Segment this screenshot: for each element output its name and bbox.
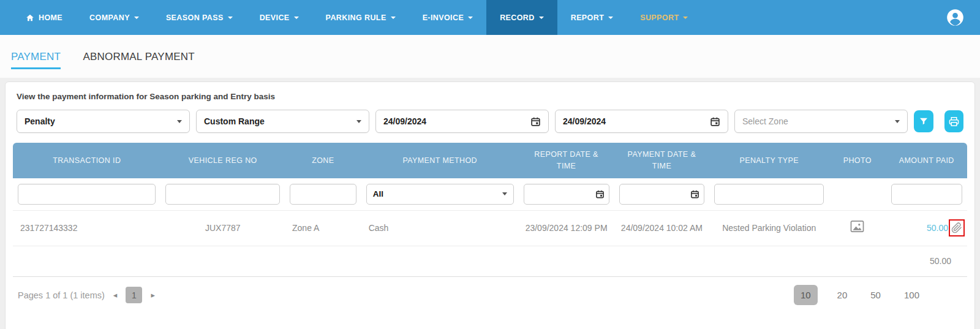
filter-payment-date-field[interactable]: [619, 184, 705, 205]
payment-type-select[interactable]: Penalty: [17, 110, 190, 133]
table-total-row: 50.00: [13, 246, 967, 276]
chevron-down-icon: [895, 120, 900, 123]
cell-payment-datetime: 24/09/2024 10:02 AM: [614, 210, 710, 246]
nav-item-device[interactable]: DEVICE: [246, 0, 312, 35]
print-button[interactable]: [944, 110, 964, 132]
chevron-down-icon: [502, 192, 507, 195]
tab-bar: PAYMENT ABNORMAL PAYMENT: [0, 35, 980, 78]
chevron-down-icon: [177, 120, 182, 123]
calendar-icon[interactable]: [710, 116, 720, 127]
nav-item-report[interactable]: REPORT: [557, 0, 627, 35]
nav-item-e-invoice[interactable]: E-INVOICE: [409, 0, 487, 35]
pagination-summary: Pages 1 of 1 (1 items): [18, 290, 105, 300]
date-to-field[interactable]: [555, 110, 728, 133]
photo-thumbnail-icon[interactable]: [850, 220, 864, 233]
next-page-icon[interactable]: ▸: [151, 290, 155, 300]
current-page-button[interactable]: 1: [126, 287, 142, 303]
filter-zone-input[interactable]: [290, 184, 356, 205]
user-account-button[interactable]: [930, 0, 980, 35]
calendar-icon[interactable]: [690, 189, 699, 199]
filter-transaction-id-input[interactable]: [18, 184, 156, 205]
nav-item-label: SEASON PASS: [166, 13, 224, 22]
filter-bar: Penalty Custom Range Select Zone: [17, 110, 963, 133]
nav-item-label: COMPANY: [89, 13, 130, 22]
nav-item-parking-rule[interactable]: PARKING RULE: [312, 0, 409, 35]
chevron-down-icon: [356, 120, 361, 123]
cell-amount-paid: 50.00: [886, 210, 967, 246]
calendar-icon[interactable]: [595, 189, 605, 199]
nav-item-record[interactable]: RECORD: [486, 0, 557, 35]
column-header-vehicle-reg-no[interactable]: VEHICLE REG NO: [160, 143, 285, 178]
column-header-report-date[interactable]: REPORT DATE & TIME: [519, 143, 614, 178]
chevron-down-icon: [468, 17, 473, 19]
panel-description: View the payment information for Season …: [17, 92, 968, 101]
annotation-highlight-box: [949, 219, 965, 236]
nav-item-label: PARKING RULE: [326, 13, 386, 22]
payment-type-value: Penalty: [24, 116, 55, 126]
filter-vehicle-reg-input[interactable]: [165, 184, 280, 205]
filter-payment-method-value: All: [373, 189, 383, 199]
printer-icon: [949, 116, 959, 127]
chevron-down-icon: [608, 17, 613, 19]
payment-panel: View the payment information for Season …: [5, 81, 975, 329]
table-row: 231727143332 JUX7787 Zone A Cash 23/09/2…: [13, 210, 967, 246]
prev-page-icon[interactable]: ◂: [113, 290, 118, 300]
cell-report-datetime: 23/09/2024 12:09 PM: [519, 210, 614, 246]
date-range-select[interactable]: Custom Range: [196, 110, 369, 133]
chevron-down-icon: [391, 17, 396, 19]
date-from-field[interactable]: [375, 110, 549, 133]
calendar-icon[interactable]: [530, 116, 541, 127]
nav-item-label: HOME: [39, 13, 62, 22]
column-header-payment-date[interactable]: PAYMENT DATE & TIME: [614, 143, 710, 178]
date-to-input[interactable]: [563, 116, 685, 126]
nav-item-label: E-INVOICE: [423, 13, 464, 22]
nav-item-label: SUPPORT: [640, 13, 679, 22]
home-icon: [26, 13, 34, 22]
column-header-zone[interactable]: ZONE: [285, 143, 361, 178]
filter-payment-method-select[interactable]: All: [366, 184, 514, 205]
filter-penalty-type-input[interactable]: [714, 184, 824, 205]
nav-item-label: DEVICE: [260, 13, 290, 22]
filter-amount-paid-input[interactable]: [891, 184, 962, 205]
apply-filter-button[interactable]: [914, 110, 933, 132]
zone-select[interactable]: Select Zone: [734, 110, 908, 133]
nav-item-home[interactable]: HOME: [12, 0, 76, 35]
chevron-down-icon: [539, 17, 544, 19]
date-from-input[interactable]: [383, 116, 506, 126]
chevron-down-icon: [228, 17, 233, 19]
navbar-spacer: [701, 0, 930, 35]
nav-item-support[interactable]: SUPPORT: [627, 0, 701, 35]
tab-payment[interactable]: PAYMENT: [11, 51, 61, 69]
amount-paid-value[interactable]: 50.00: [927, 223, 948, 233]
cell-photo: [829, 210, 886, 246]
attachment-paperclip-icon[interactable]: [951, 222, 962, 233]
column-header-amount-paid[interactable]: AMOUNT PAID: [886, 143, 967, 178]
column-header-transaction-id[interactable]: TRANSACTION ID: [13, 143, 160, 178]
page-size-20[interactable]: 20: [834, 285, 851, 305]
column-header-penalty-type[interactable]: PENALTY TYPE: [709, 143, 829, 178]
nav-item-label: RECORD: [500, 13, 535, 22]
column-header-photo[interactable]: PHOTO: [829, 143, 886, 178]
cell-payment-method: Cash: [361, 210, 519, 246]
cell-transaction-id: 231727143332: [13, 210, 160, 246]
nav-item-company[interactable]: COMPANY: [76, 0, 153, 35]
tab-abnormal-payment[interactable]: ABNORMAL PAYMENT: [83, 51, 195, 63]
cell-vehicle-reg-no: JUX7787: [160, 210, 285, 246]
chevron-down-icon: [294, 17, 299, 19]
filter-funnel-icon: [919, 116, 929, 126]
page-size-10[interactable]: 10: [794, 285, 818, 305]
payments-table: TRANSACTION ID VEHICLE REG NO ZONE PAYME…: [13, 143, 967, 276]
nav-item-label: REPORT: [571, 13, 605, 22]
nav-item-season-pass[interactable]: SEASON PASS: [153, 0, 246, 35]
filter-report-date-field[interactable]: [524, 184, 609, 205]
chevron-down-icon: [134, 17, 139, 19]
pagination-bar: Pages 1 of 1 (1 items) ◂ 1 ▸ 10 20 50 10…: [13, 276, 967, 317]
cell-penalty-type: Nested Parking Violation: [709, 210, 829, 246]
date-range-value: Custom Range: [204, 116, 265, 126]
column-header-payment-method[interactable]: PAYMENT METHOD: [361, 143, 519, 178]
cell-zone: Zone A: [285, 210, 361, 246]
page-size-50[interactable]: 50: [867, 285, 884, 305]
table-header-row: TRANSACTION ID VEHICLE REG NO ZONE PAYME…: [13, 143, 967, 178]
chevron-down-icon: [683, 17, 688, 19]
page-size-100[interactable]: 100: [900, 285, 923, 305]
